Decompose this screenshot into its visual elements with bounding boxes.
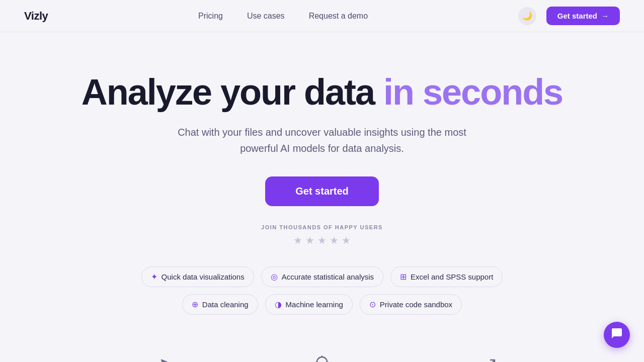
nav-use-cases[interactable]: Use cases — [247, 12, 285, 21]
hero-cta-label: Get started — [295, 186, 349, 197]
social-proof-text: JOIN THOUSANDS OF HAPPY USERS — [261, 224, 383, 230]
hero-get-started-button[interactable]: Get started — [265, 176, 379, 206]
pill-excel-spss: ⊞ Excel and SPSS support — [390, 266, 503, 287]
quick-viz-icon: ✦ — [151, 272, 157, 282]
moon-icon: 🌙 — [522, 11, 532, 21]
data-cleaning-icon: ⊕ — [192, 300, 198, 309]
svg-point-0 — [317, 357, 327, 362]
pill-ml: ◑ Machine learning — [265, 294, 353, 315]
pill-stat-analysis-label: Accurate statistical analysis — [282, 273, 374, 281]
pill-excel-spss-label: Excel and SPSS support — [411, 273, 493, 281]
pills-row-1: ✦ Quick data visualizations ◎ Accurate s… — [141, 266, 503, 287]
bottom-trend-icon — [476, 355, 497, 362]
star-5: ★ — [342, 234, 351, 246]
pill-quick-viz: ✦ Quick data visualizations — [141, 266, 254, 287]
feature-pills: ✦ Quick data visualizations ◎ Accurate s… — [141, 266, 503, 315]
brand-logo: Vizly — [24, 10, 48, 23]
excel-spss-icon: ⊞ — [400, 272, 407, 282]
star-rating: ★ ★ ★ ★ ★ — [293, 234, 351, 246]
nav-links: Pricing Use cases Request a demo — [198, 12, 368, 21]
nav-request-demo[interactable]: Request a demo — [309, 12, 368, 21]
nav-cta-label: Get started — [557, 12, 597, 20]
social-proof: JOIN THOUSANDS OF HAPPY USERS ★ ★ ★ ★ ★ — [261, 224, 383, 246]
nav-get-started-button[interactable]: Get started → — [546, 7, 620, 25]
bottom-icons — [24, 355, 620, 362]
ml-icon: ◑ — [275, 300, 282, 309]
chat-icon — [611, 327, 623, 342]
pills-row-2: ⊕ Data cleaning ◑ Machine learning ⊙ Pri… — [182, 294, 462, 315]
bottom-bulb-icon — [314, 355, 330, 362]
sandbox-icon: ⊙ — [369, 300, 376, 309]
navbar: Vizly Pricing Use cases Request a demo 🌙… — [0, 0, 644, 32]
pill-stat-analysis: ◎ Accurate statistical analysis — [261, 266, 383, 287]
bottom-chart-icon — [147, 355, 168, 362]
theme-toggle-button[interactable]: 🌙 — [518, 7, 536, 25]
pill-sandbox: ⊙ Private code sandbox — [360, 294, 462, 315]
star-4: ★ — [330, 234, 339, 246]
pill-data-cleaning-label: Data cleaning — [202, 300, 249, 309]
pill-ml-label: Machine learning — [286, 300, 343, 309]
pill-quick-viz-label: Quick data visualizations — [162, 273, 245, 281]
chat-bubble-button[interactable] — [604, 322, 630, 348]
hero-title-part1: Analyze your data — [82, 72, 374, 112]
star-2: ★ — [305, 234, 314, 246]
nav-pricing[interactable]: Pricing — [198, 12, 223, 21]
nav-right: 🌙 Get started → — [518, 7, 620, 25]
hero-title: Analyze your data in seconds — [82, 72, 562, 112]
star-1: ★ — [293, 234, 302, 246]
hero-subtitle: Chat with your files and uncover valuabl… — [176, 124, 468, 156]
hero-title-part2: in seconds — [383, 72, 562, 112]
nav-cta-arrow: → — [601, 12, 609, 20]
pill-data-cleaning: ⊕ Data cleaning — [182, 294, 258, 315]
hero-section: Analyze your data in seconds Chat with y… — [0, 32, 644, 362]
star-3: ★ — [317, 234, 327, 246]
pill-sandbox-label: Private code sandbox — [380, 300, 452, 309]
stat-analysis-icon: ◎ — [271, 272, 278, 282]
